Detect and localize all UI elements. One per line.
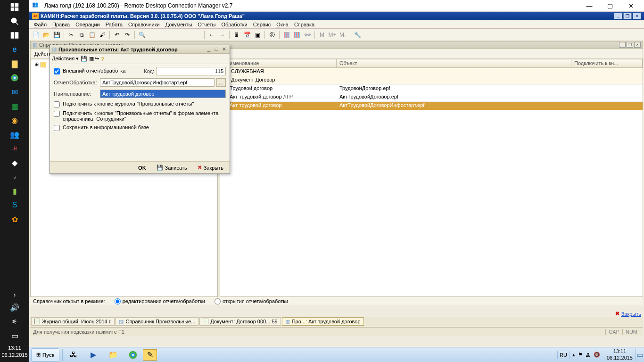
mdi-restore-button[interactable]: ❐ [627,42,633,48]
table-row[interactable]: — Акт трудовой договор ЛГРАктТрудовойДог… [220,93,643,102]
table-row[interactable]: 📁 Документ Договор [220,76,643,85]
chrome-icon[interactable] [0,71,29,85]
menu-help[interactable]: Справка [291,22,317,27]
excel-icon[interactable]: ▦ [0,99,29,113]
dialog-max-button[interactable]: □ [213,46,220,53]
edge-icon[interactable]: e [0,42,29,57]
table-row[interactable]: 📁 СЛУЖЕБНАЯ [220,68,643,76]
menu-operations[interactable]: Операции [73,22,102,27]
tray-chevron-icon[interactable]: ▴ [572,352,575,358]
menu-dict[interactable]: Справочники [125,22,163,27]
close-dialog-button[interactable]: ✖Закрыть [194,163,227,173]
tb-app-icon[interactable]: ✎ [143,349,157,361]
redo-icon[interactable]: ↷ [123,30,132,40]
search-icon[interactable] [0,14,29,28]
table-row[interactable]: — Акт трудовой договорАктТрудовойДоговор… [220,102,643,110]
help-icon[interactable]: 🛈 [267,30,277,40]
lang-indicator[interactable]: RU [557,351,570,359]
m-icon[interactable]: M [317,30,327,40]
chart-icon[interactable] [282,30,291,40]
connect-employees-checkbox[interactable] [54,111,60,117]
binoc-icon[interactable]: 👓 [303,30,312,40]
find-icon[interactable]: 🔍 [137,30,147,40]
show-desktop-icon[interactable]: ▭ [636,348,644,362]
dialog-close-button[interactable]: ✕ [220,46,228,53]
chart2-icon[interactable] [292,30,302,40]
misc-icon[interactable]: ✿ [0,212,29,226]
taskview-icon[interactable] [0,28,29,42]
mdi-close-button[interactable]: × [634,42,641,48]
browse-button[interactable]: … [216,78,226,87]
chevron-right-icon[interactable]: › [0,289,29,300]
copy-icon[interactable]: ⧉ [77,30,86,40]
start-button[interactable]: ⊞Пуск [31,348,59,362]
ok-button[interactable]: OK [135,163,149,173]
sound-icon[interactable]: 🔇 [594,352,600,358]
minimize-button[interactable]: — [579,0,600,12]
outlook-icon[interactable]: ✉ [0,85,29,99]
menu-edit[interactable]: Правка [50,22,73,27]
wintab-current[interactable]: ▥Про...: Акт трудовой договор [282,317,364,326]
nav-back-icon[interactable]: ← [207,30,216,40]
col-connect[interactable]: Подключить к кн... [571,59,643,67]
save-button[interactable]: 💾Записать [153,163,190,173]
new-icon[interactable]: 📄 [31,30,41,40]
wrench-icon[interactable]: 🔧 [353,30,362,40]
mode-open-radio[interactable]: открытия отчета/обработки [215,298,288,304]
col-name[interactable]: Наименование [220,59,337,67]
dialog-titlebar[interactable]: ▥ Произвольные отчеты: Акт трудовой дого… [50,45,230,54]
wintab-dict[interactable]: ▥Справочник Произвольные... [116,317,198,326]
app-r-icon[interactable]: -R [0,141,29,156]
app-close-button[interactable]: × [633,13,641,19]
tb-chrome-icon[interactable] [123,348,143,362]
wintab-journal[interactable]: Журнал общий: Июль 2014 г. [31,317,115,326]
save-db-checkbox[interactable] [54,125,60,131]
notifications-icon[interactable]: ▭ [0,329,29,343]
window-icon[interactable]: ▣ [253,30,262,40]
mdi-min-button[interactable]: _ [619,42,626,48]
speaker-icon[interactable]: 🔊 [0,300,29,314]
brush-icon[interactable]: 🖌 [98,30,107,40]
menu-docs[interactable]: Документы [163,22,195,27]
close-panel-button[interactable]: ✖ Закрыть [615,311,641,317]
save-icon[interactable]: 💾 [52,30,61,40]
menu-reports[interactable]: Отчеты [195,22,218,27]
name-input[interactable] [100,90,226,98]
menu-processing[interactable]: Обработки [218,22,250,27]
dialog-doc-icon[interactable]: ▦ [89,56,94,62]
dialog-go-icon[interactable]: ↪ [95,56,99,62]
menu-file[interactable]: Файл [31,22,50,27]
calendar-icon[interactable]: 📅 [242,30,252,40]
app-min-button[interactable]: _ [614,13,622,19]
external-checkbox[interactable] [54,68,60,74]
sublime-icon[interactable]: s [0,170,29,184]
tb-explorer-icon[interactable]: 📁 [103,348,123,362]
notepad-icon[interactable]: ▮ [0,184,29,198]
skype-icon[interactable]: S [0,198,29,212]
app-restore-button[interactable]: ❐ [623,13,632,19]
host-clock[interactable]: 13:11 06.12.2015 [0,343,29,362]
col-object[interactable]: Объект [337,59,571,67]
wintab-doc[interactable]: Документ: Договор 000...:59 [199,317,281,326]
close-button[interactable]: ✕ [620,0,641,12]
nav-fwd-icon[interactable]: → [217,30,227,40]
dialog-save-icon[interactable]: 💾 [81,56,87,62]
code-input[interactable] [156,67,226,75]
menu-service[interactable]: Сервис [250,22,274,27]
network-icon[interactable]: 🖧 [586,352,591,358]
cut-icon[interactable]: ✂ [66,30,76,40]
remote-clock[interactable]: 13:11 06.12.2015 [604,348,636,361]
dialog-min-button[interactable]: _ [205,46,213,53]
flag-icon[interactable]: ⚑ [578,352,583,358]
grid-body[interactable]: 📁 СЛУЖЕБНАЯ📁 Документ Договор— Трудовой … [220,68,643,110]
maximize-button[interactable]: ▢ [600,0,620,12]
explorer-icon[interactable]: ▇ [0,57,29,71]
mplus-icon[interactable]: M+ [328,30,337,40]
open-icon[interactable]: 📂 [41,30,51,40]
diamond-icon[interactable]: ◆ [0,156,29,170]
calc-icon[interactable]: 🖩 [232,30,241,40]
tb-powershell-icon[interactable]: ▶ [83,348,103,362]
dialog-actions-dropdown[interactable]: Действия ▾ [52,56,79,62]
tb-servers-icon[interactable]: 🖧 [64,348,83,362]
connect-journal-checkbox[interactable] [54,101,60,107]
